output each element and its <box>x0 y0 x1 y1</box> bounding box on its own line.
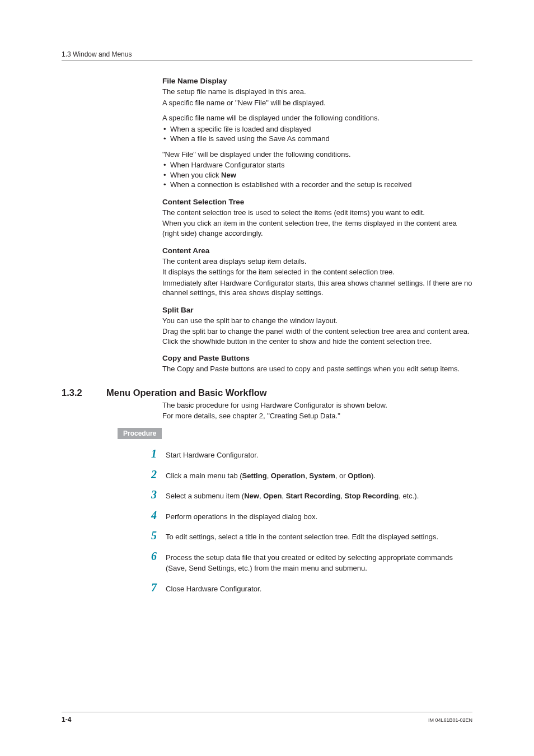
body-text: It displays the settings for the item se… <box>162 267 472 277</box>
body-text: The content area displays setup item det… <box>162 256 472 267</box>
step-number: 5 <box>151 530 166 541</box>
step-text: Close Hardware Configurator. <box>166 582 261 595</box>
heading-copy-paste: Copy and Paste Buttons <box>162 354 472 362</box>
bullet-item: When Hardware Configurator starts <box>162 160 472 170</box>
step-number: 4 <box>151 510 166 521</box>
step-row: 1 Start Hardware Configurator. <box>151 448 472 461</box>
heading-content-area: Content Area <box>162 246 472 255</box>
body-text: You can use the split bar to change the … <box>162 316 472 326</box>
subsection-title: Menu Operation and Basic Workflow <box>106 388 267 398</box>
step-row: 6 Process the setup data file that you c… <box>151 550 472 574</box>
bullet-item: When a connection is established with a … <box>162 180 472 190</box>
step-text: Select a submenu item (New, Open, Start … <box>166 489 419 502</box>
body-text: The basic procedure for using Hardware C… <box>162 400 472 410</box>
step-text: Process the setup data file that you cre… <box>166 550 472 574</box>
body-text: The setup file name is displayed in this… <box>162 87 472 97</box>
procedure-steps: 1 Start Hardware Configurator. 2 Click a… <box>151 448 472 594</box>
document-id: IM 04L61B01-02EN <box>428 717 472 723</box>
step-text: Start Hardware Configurator. <box>166 448 258 461</box>
step-number: 6 <box>151 550 166 562</box>
step-text: To edit settings, select a title in the … <box>166 530 438 543</box>
body-text: A specific file name will be displayed u… <box>162 113 472 123</box>
bullet-item: When a file is saved using the Save As c… <box>162 134 472 144</box>
page-number: 1-4 <box>62 716 71 724</box>
heading-content-selection-tree: Content Selection Tree <box>162 198 472 206</box>
subsection-heading: 1.3.2 Menu Operation and Basic Workflow <box>62 388 472 398</box>
body-text: The content selection tree is used to se… <box>162 208 472 218</box>
step-text: Click a main menu tab (Setting, Operatio… <box>166 469 376 482</box>
body-text: Immediately after Hardware Configurator … <box>162 278 472 298</box>
bullet-item: When a specific file is loaded and displ… <box>162 124 472 134</box>
bullet-list: When a specific file is loaded and displ… <box>162 124 472 144</box>
step-row: 5 To edit settings, select a title in th… <box>151 530 472 543</box>
body-text: "New File" will be displayed under the f… <box>162 150 472 160</box>
bullet-list: When Hardware Configurator starts When y… <box>162 160 472 190</box>
step-number: 1 <box>151 448 166 459</box>
body-text: The Copy and Paste buttons are used to c… <box>162 364 472 374</box>
running-header: 1.3 Window and Menus <box>62 50 472 61</box>
step-row: 3 Select a submenu item (New, Open, Star… <box>151 489 472 502</box>
step-row: 2 Click a main menu tab (Setting, Operat… <box>151 469 472 482</box>
step-number: 3 <box>151 489 166 500</box>
body-text: A specific file name or "New File" will … <box>162 98 472 108</box>
body-text: For more details, see chapter 2, "Creati… <box>162 411 472 421</box>
heading-file-name-display: File Name Display <box>162 77 472 85</box>
step-number: 2 <box>151 469 166 480</box>
step-number: 7 <box>151 582 166 593</box>
step-text: Perform operations in the displayed dial… <box>166 510 317 522</box>
subsection-number: 1.3.2 <box>62 388 106 398</box>
bullet-item: When you click New <box>162 170 472 180</box>
heading-split-bar: Split Bar <box>162 306 472 314</box>
page-footer: 1-4 IM 04L61B01-02EN <box>62 712 472 724</box>
procedure-label: Procedure <box>118 428 162 439</box>
body-text: Drag the split bar to change the panel w… <box>162 326 472 346</box>
step-row: 7 Close Hardware Configurator. <box>151 582 472 595</box>
step-row: 4 Perform operations in the displayed di… <box>151 510 472 522</box>
body-text: When you click an item in the content se… <box>162 218 472 238</box>
